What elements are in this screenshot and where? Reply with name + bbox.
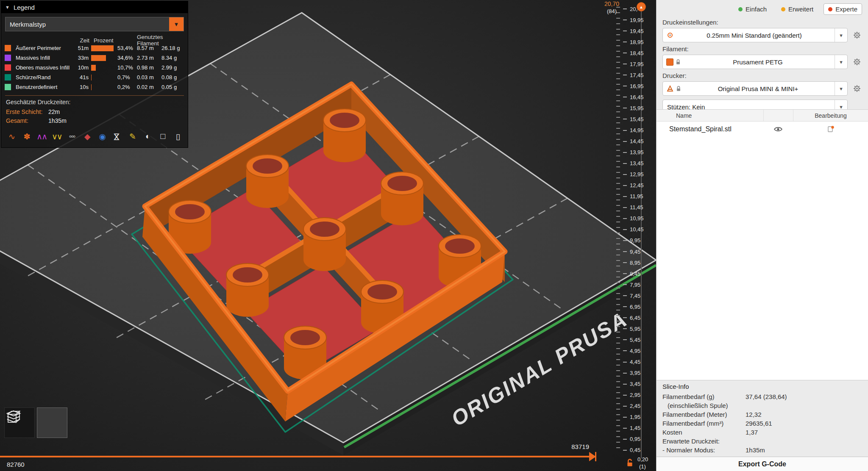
layer-tick: 9,45: [623, 249, 656, 255]
slice-info-value: 29635,61: [746, 419, 862, 428]
custom-gcode-icon[interactable]: ✎: [126, 130, 139, 143]
tick-dash: [623, 163, 627, 164]
layer-slider[interactable]: 20,4519,9519,4518,9518,4517,9517,4516,95…: [604, 0, 656, 471]
print-settings-icon: [663, 28, 674, 42]
layer-tick-label: 17,45: [630, 72, 644, 78]
feature-type-dropdown[interactable]: Merkmalstyp ▼: [5, 17, 184, 31]
feature-percent: 0,2%: [116, 84, 137, 90]
printer-arrow-icon[interactable]: ▾: [835, 82, 847, 95]
legend-collapse-icon[interactable]: ▼: [5, 5, 10, 10]
viewport-3d[interactable]: ORIGINAL PRUSA: [0, 0, 656, 471]
layer-range-lock-icon[interactable]: [626, 458, 634, 468]
mode-einfach[interactable]: Einfach: [734, 4, 771, 14]
filament-combo[interactable]: Prusament PETG ▾: [662, 55, 848, 69]
layer-tick-label: 7,45: [630, 293, 640, 299]
pause-prints-icon[interactable]: ⋈: [111, 130, 123, 143]
total-time-label: Gesamt:: [6, 117, 48, 124]
tick-dash: [623, 428, 627, 429]
printer-icon: [666, 85, 674, 92]
tick-dash: [623, 339, 627, 340]
layer-tick-label: 7,95: [630, 282, 640, 288]
tick-dash: [623, 439, 627, 440]
tick-dash: [623, 141, 627, 142]
print-settings-arrow-icon[interactable]: ▾: [835, 28, 847, 42]
filament-gear-icon[interactable]: [851, 56, 863, 68]
shells-icon[interactable]: ◐: [141, 130, 154, 143]
wipe-icon[interactable]: ✽: [20, 130, 33, 143]
mode-erweitert[interactable]: Erweitert: [777, 4, 818, 14]
filament-arrow-icon[interactable]: ▾: [835, 55, 847, 69]
slice-info-label: Filamentbedarf (mm³): [662, 419, 746, 428]
layer-tick: 16,45: [623, 94, 656, 100]
feature-time: 10m: [72, 64, 91, 71]
feature-grams: 26.18 g: [161, 45, 185, 51]
gcode-slider-handle-bar[interactable]: [595, 452, 596, 461]
layer-tick-label: 17,95: [630, 61, 644, 67]
layer-tick-label: 14,95: [630, 127, 644, 133]
layer-tick: 12,45: [623, 183, 656, 188]
feature-grams: 2.99 g: [161, 64, 185, 71]
layer-tick: 19,95: [623, 17, 656, 23]
layer-tick-label: 2,95: [630, 392, 640, 398]
legend-panel-icon[interactable]: ▯: [171, 130, 184, 143]
object-visibility-header: [763, 110, 793, 121]
dropdown-arrow-icon[interactable]: ▼: [169, 17, 184, 31]
layer-tick-label: 11,95: [630, 193, 643, 199]
layer-tick: 18,95: [623, 39, 656, 45]
print-settings-combo[interactable]: 0.25mm Mini Standard (geändert) ▾: [662, 28, 848, 42]
travels-icon[interactable]: ∿: [5, 130, 18, 143]
feature-color-swatch: [5, 74, 11, 80]
gcode-slider-track[interactable]: [0, 456, 595, 457]
object-settings-button[interactable]: [793, 125, 868, 133]
mode-experte-label: Experte: [835, 6, 857, 13]
layer-bottom-height: 0,20: [637, 456, 648, 463]
view-layers-button[interactable]: [37, 407, 67, 438]
mode-einfach-dot: [738, 7, 743, 11]
legend-rows: Äußerer Perimeter51m53,4%8.57 m26.18 gMa…: [1, 43, 188, 92]
layer-slider-handle[interactable]: ▲: [637, 2, 646, 11]
mode-experte[interactable]: Experte: [823, 3, 862, 15]
feature-meters: 0.02 m: [137, 84, 161, 90]
layer-tick: 16,95: [623, 83, 656, 89]
tick-dash: [623, 306, 627, 307]
box-icon[interactable]: □: [156, 130, 169, 143]
layer-tick-label: 16,45: [630, 94, 644, 100]
filament-color-swatch: [666, 58, 673, 66]
object-visibility-toggle[interactable]: [763, 126, 793, 132]
print-settings-gear-icon[interactable]: [851, 29, 863, 41]
slice-info-label: Filamentbedarf (g): [662, 392, 746, 401]
slice-info-value: [746, 437, 862, 446]
layer-tick-label: 13,95: [630, 149, 644, 155]
print-settings-label: Druckeinstellungen:: [657, 16, 868, 28]
color-changes-icon[interactable]: ◉: [96, 130, 108, 143]
printer-gear-icon[interactable]: [851, 83, 863, 94]
tick-dash: [623, 362, 627, 363]
tick-dash: [623, 108, 627, 108]
printer-label: Drucker:: [657, 69, 868, 81]
seams-icon[interactable]: ◦◦◦: [66, 130, 78, 143]
print-settings-value: 0.25mm Mini Standard (geändert): [674, 28, 835, 42]
feature-time: 51m: [72, 45, 91, 51]
layer-tick-label: 6,45: [630, 315, 640, 321]
tool-changes-icon[interactable]: ◆: [81, 130, 93, 143]
mode-erweitert-dot: [781, 7, 785, 11]
object-name: Stemstand_Spiral.stl: [657, 125, 763, 133]
gcode-move-slider[interactable]: 83719 82760: [0, 441, 606, 471]
tick-dash: [623, 130, 627, 131]
first-layer-value: 22m: [48, 108, 183, 115]
layer-tick-label: 8,95: [630, 260, 640, 266]
layer-tick: 5,95: [623, 326, 656, 332]
legend-titlebar[interactable]: ▼ Legend: [1, 1, 188, 13]
tick-dash: [623, 395, 627, 396]
layer-tick: 10,45: [623, 227, 656, 233]
first-layer-label: Erste Schicht:: [6, 108, 48, 115]
object-row[interactable]: Stemstand_Spiral.stl: [657, 122, 868, 137]
slice-info-value: 1,37: [746, 428, 862, 437]
printer-combo[interactable]: Original Prusa MINI & MINI+ ▾: [662, 81, 848, 96]
layer-tick: 13,95: [623, 150, 656, 155]
retractions-icon[interactable]: ∧∧: [35, 130, 48, 143]
layer-top-height: 20,70: [604, 0, 619, 7]
deretractions-icon[interactable]: ∨∨: [50, 130, 63, 143]
tick-dash: [623, 273, 627, 274]
export-gcode-button[interactable]: Export G-Code: [657, 457, 868, 471]
